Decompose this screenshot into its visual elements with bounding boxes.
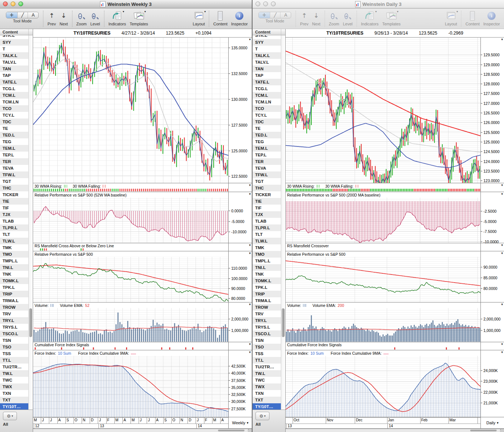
ticker-item[interactable]: TATE.L [253, 79, 281, 85]
ticker-item[interactable]: TY/10T… [0, 403, 28, 410]
ticker-item[interactable]: T [0, 46, 28, 52]
ticker-item[interactable]: TWX [253, 383, 281, 390]
ticker-item[interactable]: TED.L [253, 132, 281, 138]
ticker-item[interactable]: TE [0, 125, 28, 132]
ticker-item[interactable]: TW.L [0, 370, 28, 377]
ticker-item[interactable]: TY/10T… [253, 403, 281, 410]
ticker-item[interactable]: TU/2TR… [0, 364, 28, 370]
ticker-item[interactable]: TNI.L [253, 264, 281, 271]
ticker-item[interactable]: TMPL.L [253, 258, 281, 264]
panel-menu-arrow[interactable]: ▾ [249, 302, 251, 306]
ticker-item[interactable]: TNK [0, 271, 28, 277]
ticker-item[interactable]: TPK.L [0, 284, 28, 291]
ticker-scrollbar[interactable] [28, 35, 33, 410]
ticker-item[interactable]: SYY [253, 39, 281, 46]
ticker-item[interactable]: TEG [253, 138, 281, 145]
ticker-item[interactable]: TRYS.L [253, 324, 281, 330]
ticker-item[interactable]: TLW.L [253, 238, 281, 244]
horizontal-scrollbar[interactable] [33, 429, 252, 432]
ticker-item[interactable]: TALV.L [253, 59, 281, 65]
ticker-item[interactable]: TROW [253, 304, 281, 311]
ticker-item[interactable]: TRIP [0, 291, 28, 297]
ticker-item[interactable]: TSN [0, 337, 28, 344]
scrollbar-thumb[interactable] [29, 308, 32, 337]
ticker-item[interactable]: TLPR.L [0, 224, 28, 231]
next-button[interactable]: ⇣ Next [60, 10, 68, 26]
titlebar[interactable]: Weinstein Daily 3 [253, 0, 504, 8]
tool-mode-segmented[interactable]: ✛ ╱ A [6, 12, 39, 18]
ticker-item[interactable]: TGT [0, 178, 28, 185]
ticker-item[interactable]: TEP.L [253, 152, 281, 158]
zoom-button[interactable] [271, 1, 276, 6]
panel-menu-arrow[interactable]: ▾ [501, 192, 503, 196]
titlebar[interactable]: Weinstein Weekly 3 [0, 0, 252, 8]
ticker-item[interactable]: TXN [253, 390, 281, 397]
panel-menu-arrow[interactable]: ▾ [249, 243, 251, 247]
ticker-item[interactable]: TDC [0, 118, 28, 125]
ticker-item[interactable]: TCM.LN [0, 99, 28, 105]
panel-menu-arrow[interactable]: ▾ [249, 183, 251, 187]
ticker-item[interactable]: TPK.L [253, 284, 281, 291]
indicators-button[interactable]: ▾ Indicators [108, 10, 126, 26]
ticker-item[interactable]: STK.L [0, 35, 28, 39]
ticker-item[interactable]: TEM.L [253, 145, 281, 152]
ticker-item[interactable]: TSO [0, 344, 28, 350]
ticker-item[interactable]: TLW.L [0, 238, 28, 244]
gear-button[interactable]: ⚙▾ [255, 412, 269, 420]
layout-button[interactable]: ▾ Layout [193, 10, 205, 26]
ticker-item[interactable]: TOMK.L [0, 277, 28, 284]
minimize-button[interactable] [11, 1, 15, 6]
ticker-item[interactable]: TT.L [253, 357, 281, 364]
ticker-item[interactable]: TRY.L [0, 317, 28, 324]
ticker-item[interactable]: TAP [0, 72, 28, 79]
ticker-item[interactable]: TWC [0, 377, 28, 383]
ticker-item[interactable]: TFW.L [0, 171, 28, 178]
ticker-item[interactable]: TEP.L [0, 152, 28, 158]
scrollbar-thumb[interactable] [282, 308, 285, 337]
ticker-item[interactable]: TER [0, 158, 28, 165]
text-tool-button[interactable]: A [28, 12, 38, 18]
ticker-item[interactable]: TCY.L [253, 112, 281, 118]
panel-menu-arrow[interactable]: ▾ [501, 243, 503, 247]
ticker-item[interactable]: TIF [253, 205, 281, 211]
text-tool-button[interactable]: A [280, 12, 291, 18]
templates-button[interactable]: ▾ Templates [382, 10, 401, 26]
ticker-item[interactable]: TCG.L [253, 85, 281, 92]
ticker-item[interactable]: TLPR.L [253, 224, 281, 231]
tool-mode-segmented[interactable]: ✛ ╱ A [258, 12, 291, 18]
panel-menu-arrow[interactable]: ▾ [249, 251, 251, 255]
ticker-item[interactable]: TCY.L [0, 112, 28, 118]
ticker-item[interactable]: TDC [253, 118, 281, 125]
ticker-item[interactable]: TW.L [253, 370, 281, 377]
ticker-item[interactable]: TICKER [0, 191, 28, 198]
ticker-item[interactable]: TSN [253, 337, 281, 344]
content-button[interactable]: Content [213, 10, 228, 26]
gear-button[interactable]: ⚙▾ [3, 412, 17, 420]
ticker-item[interactable]: TGT [253, 178, 281, 185]
zoom-button[interactable] [18, 1, 23, 6]
ticker-item[interactable]: TMPL.L [0, 258, 28, 264]
panel-menu-arrow[interactable]: ▾ [501, 38, 503, 41]
inspector-button[interactable]: i Inspector [231, 10, 248, 26]
content-button[interactable]: Content [465, 10, 480, 26]
zoom-in-button[interactable]: + Level [90, 10, 100, 26]
ticker-item[interactable]: TALK.L [0, 52, 28, 59]
ticker-item[interactable]: TU/2TR… [253, 364, 281, 370]
line-tool-button[interactable]: ╱ [17, 12, 28, 18]
ticker-item[interactable]: TATE.L [0, 79, 28, 85]
ticker-item[interactable]: TMO [0, 251, 28, 258]
ticker-item[interactable]: TSS [253, 350, 281, 357]
ticker-item[interactable]: TJX [253, 211, 281, 218]
panel-menu-arrow[interactable]: ▾ [501, 350, 503, 354]
ticker-item[interactable]: TALK.L [253, 52, 281, 59]
ticker-item[interactable]: TCM.LN [253, 99, 281, 105]
ticker-item[interactable]: TCM.L [0, 92, 28, 99]
ticker-item[interactable]: TLAB [253, 218, 281, 224]
ticker-item[interactable]: TER [253, 158, 281, 165]
ticker-item[interactable]: TCM.L [253, 92, 281, 99]
ticker-item[interactable]: TWX [0, 383, 28, 390]
ticker-item[interactable]: TEG [0, 138, 28, 145]
ticker-item[interactable]: TT.L [0, 357, 28, 364]
next-button[interactable]: ⇣ Next [312, 10, 321, 26]
templates-button[interactable]: ▾ Templates [130, 10, 148, 26]
